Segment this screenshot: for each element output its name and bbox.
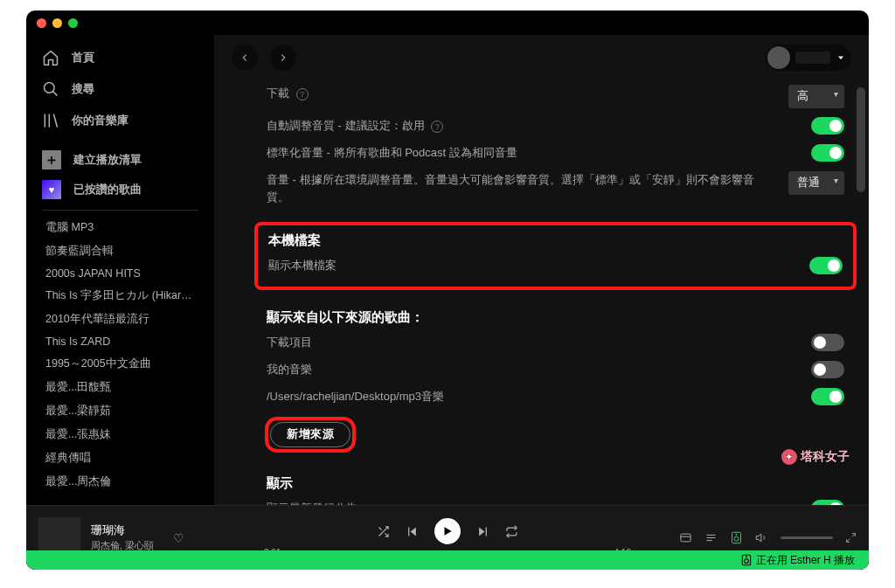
playlist-item[interactable]: 最愛...田馥甄: [37, 376, 204, 399]
volume-label: 音量 - 根據所在環境調整音量。音量過大可能會影響音質。選擇「標準」或「安靜」則…: [267, 173, 754, 204]
avatar: [767, 46, 790, 69]
back-button[interactable]: [232, 45, 258, 71]
previous-button[interactable]: [406, 525, 419, 538]
add-source-button[interactable]: 新增來源: [270, 422, 350, 447]
traffic-lights: [37, 18, 78, 28]
scrollbar[interactable]: [857, 87, 865, 192]
source-mymusic: 我的音樂: [267, 356, 844, 384]
fullscreen-button[interactable]: [845, 532, 857, 543]
volume-level-select[interactable]: 普通: [788, 171, 844, 195]
announcements-toggle[interactable]: [811, 500, 844, 505]
plus-icon: ＋: [42, 150, 61, 169]
normalize-toggle[interactable]: [811, 144, 844, 162]
source-downloads-toggle[interactable]: [811, 334, 844, 351]
svg-line-23: [847, 539, 850, 543]
show-local-files-toggle[interactable]: [809, 257, 843, 274]
setting-normalize: 標準化音量 - 將所有歌曲和 Podcast 設為相同音量: [267, 140, 844, 167]
sidebar-library-label: 你的音樂庫: [72, 113, 128, 128]
volume-slider[interactable]: [781, 536, 833, 539]
like-button[interactable]: ♡: [173, 531, 184, 545]
download-quality-select[interactable]: 高: [788, 85, 844, 108]
forward-button[interactable]: [270, 45, 296, 71]
playlist-item[interactable]: 2010年代華語最流行: [37, 308, 204, 331]
connect-device-button[interactable]: [730, 531, 743, 544]
connect-bar[interactable]: 正在用 Esther H 播放: [26, 550, 869, 570]
svg-marker-21: [756, 534, 761, 542]
repeat-button[interactable]: [505, 525, 518, 538]
fullscreen-window-button[interactable]: [68, 18, 78, 28]
svg-point-0: [45, 83, 55, 93]
track-title[interactable]: 珊瑚海: [91, 523, 154, 538]
close-window-button[interactable]: [37, 18, 46, 28]
sidebar: 首頁 搜尋 你的音樂庫 ＋ 建立播放清單 ♥ 已按讚的歌曲: [26, 35, 214, 505]
play-button[interactable]: [434, 518, 461, 544]
auto-adjust-toggle[interactable]: [811, 117, 844, 135]
source-downloads-label: 下載項目: [267, 336, 312, 349]
playlist-item[interactable]: 電腦 MP3: [37, 216, 204, 239]
show-local-files-label: 顯示本機檔案: [268, 259, 336, 272]
playlist-list[interactable]: 電腦 MP3 節奏藍調合輯 2000s JAPAN HITS This Is 宇…: [33, 216, 207, 498]
playlist-item[interactable]: 經典傳唱: [37, 446, 204, 470]
sidebar-search-label: 搜尋: [72, 81, 94, 97]
display-heading: 顯示: [267, 475, 844, 492]
queue-button[interactable]: [704, 531, 718, 544]
svg-rect-12: [486, 527, 487, 536]
profile-name: [795, 52, 830, 64]
auto-adjust-label: 自動調整音質 - 建議設定：啟用: [267, 119, 425, 132]
playlist-item[interactable]: This Is 宇多田ヒカル (Hikaru ...: [37, 284, 204, 308]
next-button[interactable]: [476, 525, 489, 538]
setting-auto-adjust: 自動調整音質 - 建議設定：啟用 ?: [267, 113, 844, 140]
setting-announcements: 顯示最新發行公告: [267, 495, 844, 505]
svg-point-26: [746, 557, 746, 557]
svg-line-7: [379, 527, 382, 529]
liked-songs-label: 已按讚的歌曲: [73, 182, 142, 197]
profile-menu[interactable]: [766, 45, 851, 71]
minimize-window-button[interactable]: [52, 18, 62, 28]
help-icon[interactable]: ?: [431, 121, 443, 133]
sidebar-create-playlist[interactable]: ＋ 建立播放清單: [33, 145, 207, 175]
source-path-label: /Users/racheljian/Desktop/mp3音樂: [267, 390, 444, 403]
settings-content[interactable]: 下載 ? 高 自動調整音質 - 建議設定：啟用 ? 標準化音量 - 將所有歌曲和…: [214, 80, 869, 505]
topbar: [214, 35, 869, 80]
playlist-item[interactable]: 2000s JAPAN HITS: [37, 263, 204, 284]
chevron-down-icon: [836, 52, 846, 63]
svg-point-25: [744, 559, 748, 564]
playlist-item[interactable]: 最愛...張惠妹: [37, 423, 204, 446]
sidebar-home[interactable]: 首頁: [33, 42, 207, 73]
local-files-highlight: 本機檔案 顯示本機檔案: [254, 222, 857, 290]
sidebar-search[interactable]: 搜尋: [33, 73, 207, 105]
playlist-item[interactable]: This Is ZARD: [37, 331, 204, 352]
source-mymusic-toggle[interactable]: [811, 361, 844, 378]
svg-marker-10: [445, 527, 452, 535]
home-icon: [42, 49, 59, 66]
announcements-label: 顯示最新發行公告: [267, 502, 357, 505]
playlist-item[interactable]: 1995～2005中文金曲: [37, 352, 204, 376]
svg-marker-4: [838, 57, 843, 60]
playlist-item[interactable]: 節奏藍調合輯: [37, 239, 204, 263]
setting-show-local-files: 顯示本機檔案: [268, 252, 843, 280]
lyrics-button[interactable]: [679, 531, 692, 544]
svg-marker-8: [411, 527, 416, 536]
sidebar-library[interactable]: 你的音樂庫: [33, 105, 207, 136]
playlist-item[interactable]: 最愛...周杰倫: [37, 470, 204, 494]
svg-point-20: [736, 534, 737, 535]
shuffle-button[interactable]: [377, 525, 390, 538]
main-panel: 下載 ? 高 自動調整音質 - 建議設定：啟用 ? 標準化音量 - 將所有歌曲和…: [214, 35, 869, 505]
playlist-item[interactable]: 最愛...梁靜茹: [37, 399, 204, 423]
download-label: 下載: [267, 86, 289, 100]
sidebar-home-label: 首頁: [72, 50, 94, 66]
speaker-icon: [740, 554, 753, 566]
volume-button[interactable]: [755, 531, 768, 544]
search-icon: [42, 80, 59, 98]
source-mymusic-label: 我的音樂: [267, 363, 312, 376]
svg-point-19: [734, 536, 739, 541]
sidebar-liked-songs[interactable]: ♥ 已按讚的歌曲: [33, 175, 207, 204]
help-icon[interactable]: ?: [296, 88, 309, 100]
sources-heading: 顯示來自以下來源的歌曲：: [267, 309, 844, 326]
player-right: [638, 531, 857, 544]
source-path-toggle[interactable]: [811, 388, 844, 405]
connect-bar-text: 正在用 Esther H 播放: [756, 553, 855, 568]
add-source-highlight: 新增來源: [265, 417, 356, 453]
svg-line-22: [852, 534, 856, 537]
svg-line-1: [53, 92, 58, 96]
